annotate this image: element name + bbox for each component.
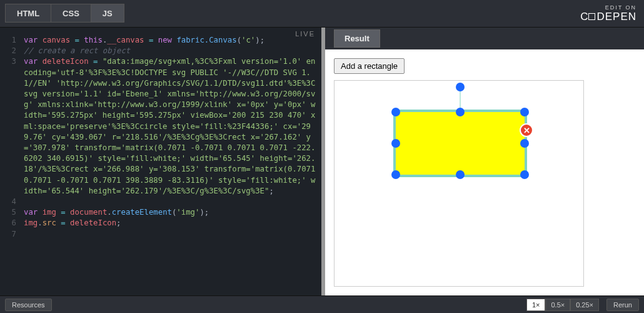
tab-html[interactable]: HTML [5, 4, 51, 23]
result-header: Result [325, 28, 644, 49]
live-indicator: LIVE [295, 30, 315, 38]
resize-handle-tm[interactable] [456, 108, 465, 116]
code-line[interactable]: 3var deleteIcon = "data:image/svg+xml,%3… [0, 56, 321, 197]
zoom-1x[interactable]: 1× [526, 299, 546, 311]
zoom-025x[interactable]: 0.25× [570, 299, 599, 311]
bottom-bar: Resources 1× 0.5× 0.25× Rerun [0, 295, 644, 313]
code-line[interactable]: 5var img = document.createElement('img')… [0, 207, 321, 218]
code-editor[interactable]: LIVE 1var canvas = this.__canvas = new f… [0, 28, 321, 295]
code-content[interactable]: 1var canvas = this.__canvas = new fabric… [0, 28, 321, 240]
brand-edit-on: EDIT ON [605, 4, 636, 11]
fabric-canvas[interactable]: ✕ [334, 80, 584, 287]
tab-js[interactable]: JS [91, 4, 124, 23]
top-bar: HTML CSS JS EDIT ON CDEPEN [0, 0, 644, 28]
line-number: 7 [0, 229, 24, 240]
footer-right: 1× 0.5× 0.25× Rerun [526, 299, 639, 311]
cube-icon [588, 13, 595, 20]
code-text[interactable]: var img = document.createElement('img'); [24, 207, 321, 218]
line-number: 5 [0, 207, 24, 218]
brand-logo[interactable]: EDIT ON CDEPEN [580, 4, 644, 23]
code-line[interactable]: 6img.src = deleteIcon; [0, 218, 321, 228]
code-text[interactable] [24, 229, 321, 240]
line-number: 6 [0, 218, 24, 228]
rotate-handle[interactable] [456, 83, 465, 91]
zoom-05x[interactable]: 0.5× [545, 299, 570, 311]
resources-button[interactable]: Resources [5, 299, 52, 311]
line-number: 1 [0, 35, 24, 46]
yellow-rectangle[interactable]: ✕ [393, 110, 527, 177]
line-number: 4 [0, 197, 24, 207]
code-text[interactable]: // create a rect object [24, 46, 321, 56]
resize-handle-bm[interactable] [456, 170, 465, 179]
rerun-button[interactable]: Rerun [606, 299, 639, 311]
code-text[interactable]: var deleteIcon = "data:image/svg+xml,%3C… [24, 56, 321, 197]
add-rectangle-button[interactable]: Add a rectangle [334, 58, 405, 74]
main-split: LIVE 1var canvas = this.__canvas = new f… [0, 28, 644, 295]
code-line[interactable]: 7 [0, 229, 321, 240]
line-number: 3 [0, 56, 24, 197]
code-text[interactable]: img.src = deleteIcon; [24, 218, 321, 228]
zoom-controls: 1× 0.5× 0.25× [526, 299, 599, 311]
code-text[interactable]: var canvas = this.__canvas = new fabric.… [24, 35, 321, 46]
editor-tabs: HTML CSS JS [0, 0, 124, 27]
code-line[interactable]: 1var canvas = this.__canvas = new fabric… [0, 35, 321, 46]
code-line[interactable]: 4 [0, 197, 321, 207]
tab-css[interactable]: CSS [51, 4, 91, 23]
line-number: 2 [0, 46, 24, 56]
resize-handle-br[interactable] [520, 170, 529, 179]
resize-handle-ml[interactable] [391, 139, 400, 148]
delete-icon[interactable]: ✕ [520, 123, 533, 137]
result-pane: Result Add a rectangle ✕ [325, 28, 644, 295]
resize-handle-mr[interactable] [520, 139, 529, 148]
resize-handle-bl[interactable] [391, 170, 400, 179]
brand-codepen: CDEPEN [580, 11, 636, 23]
code-line[interactable]: 2// create a rect object [0, 46, 321, 56]
code-text[interactable] [24, 197, 321, 207]
resize-handle-tr[interactable] [520, 108, 529, 116]
result-iframe: Add a rectangle ✕ [325, 49, 644, 295]
resize-handle-tl[interactable] [391, 108, 400, 116]
tab-result[interactable]: Result [334, 29, 380, 48]
